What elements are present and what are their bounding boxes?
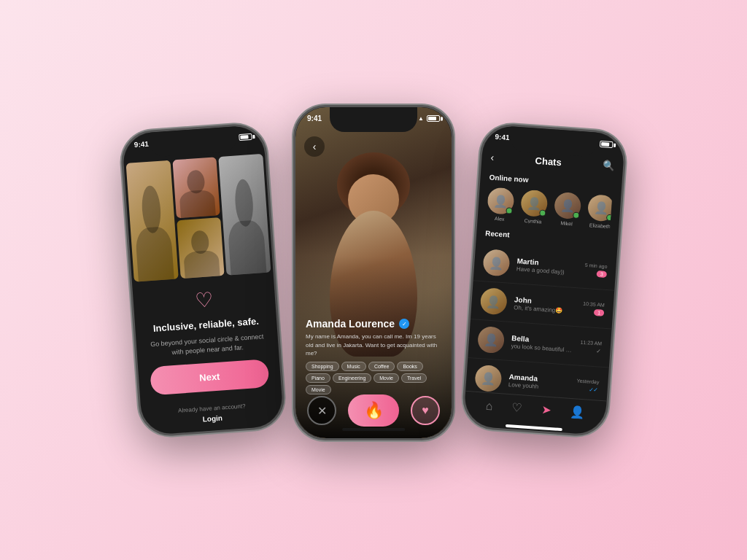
wifi-icon-1: ▲	[230, 134, 236, 141]
chat-meta-bella: 11:23 AM ✓	[580, 339, 603, 354]
photo-cell-1	[126, 160, 179, 282]
verified-badge: ✓	[399, 319, 409, 329]
avatar-circle-cynthia: 👤	[520, 190, 548, 217]
online-dot-cynthia	[539, 209, 546, 217]
signal-icon-1	[218, 136, 228, 142]
photo-cell-4	[177, 217, 225, 279]
next-button[interactable]: Next	[150, 359, 269, 395]
chat-info-amanda: Amanda Love youhh	[508, 372, 570, 392]
wifi-icon-2: ▲	[418, 115, 424, 122]
phone-screen-1: 9:41 ▲	[122, 125, 284, 436]
status-icons-2: ▲	[406, 115, 440, 122]
photo-cell-2	[172, 157, 220, 218]
tag-books: Books	[397, 362, 422, 371]
online-section: Online now 👤 Alex 👤	[477, 168, 622, 236]
read-tick-bella: ✓	[596, 348, 602, 354]
tag-movie1: Movie	[374, 373, 399, 383]
chat-time-amanda: Yesterday	[576, 378, 599, 384]
chat-avatar-john: 👤	[480, 287, 508, 315]
onboarding-content: ♡ Inclusive, reliable, safe. Go beyond y…	[132, 276, 284, 435]
chat-meta-john: 10:35 AM 1	[582, 300, 605, 316]
read-tick-amanda: ✓✓	[588, 386, 599, 393]
status-time-3: 9:41	[495, 133, 510, 141]
chat-meta-amanda: Yesterday ✓✓	[576, 378, 600, 393]
status-time-1: 9:41	[133, 140, 149, 149]
online-section-title: Online now	[489, 173, 613, 190]
chat-info-john: John Oh, it's amazing🤩	[514, 295, 576, 315]
chat-info-bella: Bella you look so beautiful 💜	[511, 334, 573, 354]
battery-icon-3	[600, 141, 614, 148]
avatar-circle-mikel: 👤	[554, 192, 581, 219]
fire-button[interactable]: 🔥	[348, 394, 399, 427]
avatar-circle-elizabeth: 👤	[587, 194, 612, 222]
signal-icon-3	[579, 139, 589, 146]
login-link[interactable]: Login	[179, 413, 247, 425]
tag-engineering: Engineering	[333, 373, 371, 383]
search-icon[interactable]: 🔍	[603, 160, 615, 171]
phones-container: 9:41 ▲	[115, 98, 632, 462]
login-area: Already have an account? Login	[177, 398, 246, 425]
online-avatar-mikel[interactable]: 👤 Mikel	[553, 192, 581, 227]
status-time-2: 9:41	[307, 114, 322, 122]
status-icons-1: ▲	[218, 133, 252, 142]
online-dot-alex	[506, 207, 513, 214]
tag-movie2: Movie	[306, 385, 331, 394]
tag-shopping: Shopping	[306, 362, 339, 371]
online-avatar-alex[interactable]: 👤 Alex	[487, 187, 515, 222]
avatar-name-mikel: Mikel	[560, 220, 573, 226]
signal-icon-2	[406, 116, 415, 122]
profile-name: Amanda Lourence	[306, 318, 395, 330]
online-dot-mikel	[573, 212, 580, 219]
phone-profile: 9:41 ▲	[293, 105, 454, 440]
phone-screen-2: 9:41 ▲	[295, 107, 452, 438]
phone-onboarding: 9:41 ▲	[120, 122, 287, 438]
avatar-name-elizabeth: Elizabeth	[589, 222, 611, 229]
phone-chats: 9:41 ▲ ‹ Chats 🔍	[461, 122, 628, 438]
online-avatar-elizabeth[interactable]: 👤 Elizabeth	[587, 194, 612, 229]
tag-music: Music	[341, 362, 366, 371]
status-icons-3: ▲	[579, 139, 613, 148]
profile-tags: Shopping Music Coffee Books Piano Engine…	[306, 362, 441, 394]
heart-button[interactable]: ♥	[411, 396, 440, 425]
tag-travel: Travel	[401, 373, 427, 383]
battery-icon-1	[239, 133, 252, 141]
nav-chat-icon[interactable]: ➤	[541, 402, 551, 417]
action-buttons: ✕ 🔥 ♥	[295, 394, 452, 427]
profile-name-row: Amanda Lourence ✓	[306, 318, 441, 330]
home-indicator-1	[185, 434, 241, 435]
chats-title: Chats	[535, 155, 562, 167]
profile-bio: My name is Amanda, you can call me. Im 1…	[306, 332, 441, 357]
dislike-button[interactable]: ✕	[307, 396, 336, 425]
chat-info-martin: Martin Have a good day))	[516, 257, 578, 276]
back-button[interactable]: ‹	[304, 136, 325, 157]
chat-avatar-bella: 👤	[477, 326, 505, 354]
app-tagline: Inclusive, reliable, safe.	[152, 316, 259, 334]
online-dot-elizabeth	[606, 214, 612, 222]
online-avatars-list: 👤 Alex 👤 Cynthia	[487, 187, 613, 229]
nav-home-icon[interactable]: ⌂	[485, 399, 493, 413]
avatar-name-cynthia: Cynthia	[525, 218, 542, 225]
chat-meta-martin: 5 min ago 3	[584, 262, 608, 277]
photo-cell-3	[219, 154, 271, 276]
tag-coffee: Coffee	[368, 362, 395, 371]
nav-heart-icon[interactable]: ♡	[511, 400, 522, 415]
unread-badge-martin: 3	[596, 270, 607, 277]
unread-badge-john: 1	[594, 308, 605, 316]
battery-icon-2	[427, 115, 440, 122]
profile-info: Amanda Lourence ✓ My name is Amanda, you…	[295, 318, 452, 394]
recent-section: Recent 👤 Martin Have a good day)) 5 min …	[465, 225, 618, 400]
chat-list: 👤 Martin Have a good day)) 5 min ago 3	[465, 242, 617, 400]
avatar-name-alex: Alex	[495, 216, 505, 222]
chat-time-martin: 5 min ago	[585, 262, 608, 268]
chat-time-john: 10:35 AM	[583, 300, 605, 307]
chat-avatar-amanda: 👤	[474, 365, 502, 392]
status-bar-2: 9:41 ▲	[295, 107, 452, 125]
app-logo: ♡	[195, 289, 214, 311]
nav-profile-icon[interactable]: 👤	[570, 405, 585, 419]
online-avatar-cynthia[interactable]: 👤 Cynthia	[519, 190, 548, 225]
app-subtitle: Go beyond your social circle & connect w…	[148, 332, 267, 358]
avatar-circle-alex: 👤	[487, 187, 514, 214]
chat-avatar-martin: 👤	[482, 249, 510, 276]
chats-back-button[interactable]: ‹	[490, 151, 495, 163]
tag-piano: Piano	[306, 373, 330, 383]
